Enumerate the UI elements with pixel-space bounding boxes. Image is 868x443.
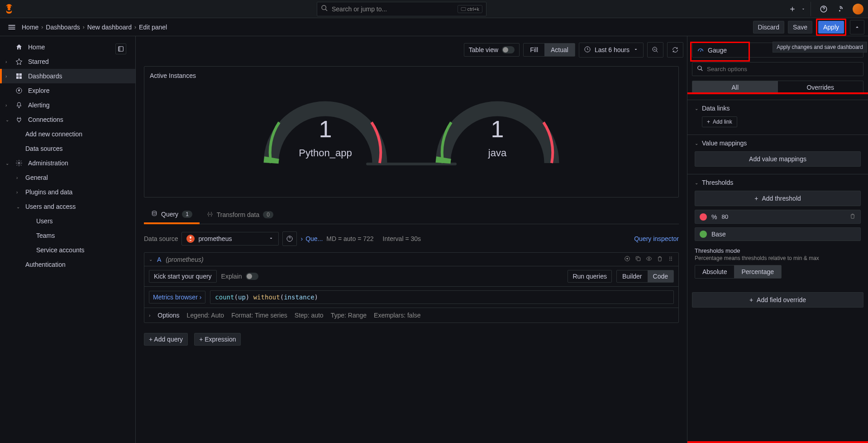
delete-threshold-icon[interactable] [849,213,856,221]
chevron-right-icon: › [41,24,43,30]
discard-button[interactable]: Discard [753,21,784,34]
query-options-link[interactable]: › Que... [300,235,323,242]
menu-toggle-button[interactable] [4,19,20,35]
tab-transform[interactable]: Transform data 0 [200,207,281,223]
expand-options-icon[interactable]: › [149,313,150,318]
chevron-right-icon: › [83,24,85,30]
query-code-input[interactable]: count(up) without(instance) [210,290,674,304]
sidebar-item-alerting[interactable]: ›Alerting [0,98,135,112]
time-range-picker[interactable]: Last 6 hours [579,43,644,58]
threshold-value-input[interactable] [721,213,845,220]
delete-query-icon[interactable] [657,255,663,263]
value-mappings-section-header[interactable]: ⌄ Value mappings [695,140,861,147]
gauge-python-app: 1 Python_app [258,88,393,159]
sidebar-item-add-connection[interactable]: Add new connection [14,127,135,141]
sidebar-item-connections[interactable]: ⌄Connections [0,112,135,127]
search-options-input[interactable] [692,62,863,76]
breadcrumb-new-dashboard[interactable]: New dashboard [87,24,132,31]
options-label[interactable]: Options [157,312,179,319]
help-button[interactable] [816,2,831,16]
sidebar-item-plugins[interactable]: ›Plugins and data [14,185,135,199]
drag-handle-icon[interactable] [668,255,674,263]
query-row-a: ⌄ A (prometheus) [144,252,679,323]
clock-icon [584,46,591,54]
duplicate-query-icon[interactable] [635,255,641,263]
home-icon [14,43,24,51]
builder-mode-button[interactable]: Builder [617,270,648,282]
query-datasource-name: (prometheus) [166,256,203,263]
breadcrumb-home[interactable]: Home [22,24,38,31]
user-avatar[interactable] [853,4,863,14]
query-letter[interactable]: A [157,256,161,263]
sidebar-item-starred[interactable]: ›Starred [0,54,135,69]
query-inspector-link[interactable]: Query inspector [634,235,679,242]
fill-button[interactable]: Fill [524,43,544,56]
save-button[interactable]: Save [788,21,812,34]
sidebar-item-users[interactable]: Users [25,214,135,228]
prometheus-icon [186,235,195,243]
dock-sidebar-button[interactable] [115,43,126,54]
sidebar-item-administration[interactable]: ⌄Administration [0,156,135,170]
gauge-value: 1 [319,116,332,143]
sidebar-item-general[interactable]: ›General [14,170,135,185]
threshold-color-dot[interactable] [700,231,707,238]
toggle-switch[interactable] [502,46,515,53]
actual-button[interactable]: Actual [544,43,575,56]
data-links-section-header[interactable]: ⌄ Data links [695,105,861,112]
code-mode-button[interactable]: Code [648,270,673,282]
add-value-mappings-button[interactable]: Add value mappings [695,151,861,167]
threshold-color-dot[interactable] [700,213,707,221]
table-view-toggle[interactable]: Table view [464,43,520,57]
format-option: Format: Time series [231,312,287,319]
explain-toggle[interactable] [246,273,258,280]
tab-query[interactable]: Query 1 [144,206,200,224]
percentage-button[interactable]: Percentage [734,265,781,278]
svg-point-20 [669,258,670,259]
add-expression-button[interactable]: + Expression [194,333,241,346]
query-status-icon[interactable] [624,255,630,263]
collapse-query-icon[interactable]: ⌄ [149,257,153,262]
datasource-picker[interactable]: prometheus [181,232,279,246]
sidebar-item-service-accounts[interactable]: Service accounts [25,243,135,257]
add-menu-chevron[interactable] [800,2,807,16]
svg-rect-7 [19,77,22,79]
sidebar-item-data-sources[interactable]: Data sources [14,141,135,156]
breadcrumb-edit-panel: Edit panel [139,24,167,31]
zoom-out-button[interactable] [647,42,663,58]
breadcrumb-dashboards[interactable]: Dashboards [46,24,80,31]
toggle-visibility-icon[interactable] [646,255,652,263]
query-count-badge: 1 [182,211,192,218]
sidebar-item-teams[interactable]: Teams [25,228,135,243]
absolute-button[interactable]: Absolute [695,265,734,278]
sidebar-item-dashboards[interactable]: ›Dashboards [0,69,135,83]
svg-rect-0 [461,7,466,10]
search-icon [697,65,703,73]
sidebar-item-users-access[interactable]: ⌄Users and access [14,199,135,214]
run-queries-button[interactable]: Run queries [568,270,612,283]
refresh-button[interactable] [667,42,683,58]
md-info: MD = auto = 722 [326,235,373,242]
add-menu-button[interactable] [785,2,800,16]
collapse-options-button[interactable] [850,20,864,34]
sidebar-item-explore[interactable]: Explore [0,83,135,98]
grafana-logo[interactable] [0,0,18,18]
gauge-label: Python_app [299,147,352,159]
add-field-override-button[interactable]: + Add field override [692,292,863,308]
bell-icon [14,101,24,109]
apply-button[interactable]: Apply [818,21,844,34]
kick-start-button[interactable]: Kick start your query [149,270,217,283]
add-link-button[interactable]: + Add link [702,116,737,127]
kbd-shortcut: ctrl+k [458,5,482,13]
thresholds-section-header[interactable]: ⌄ Thresholds [695,179,861,186]
news-button[interactable] [835,2,849,16]
search-jump[interactable]: Search or jump to... ctrl+k [317,2,486,16]
add-query-button[interactable]: + Add query [144,333,188,346]
overrides-tab[interactable]: Overrides [778,81,863,94]
star-icon [14,58,24,65]
sidebar-item-authentication[interactable]: Authentication [14,257,135,272]
metrics-browser-button[interactable]: Metrics browser › [149,291,205,303]
svg-point-18 [669,257,670,258]
all-tab[interactable]: All [692,81,778,94]
add-threshold-button[interactable]: + Add threshold [695,191,861,206]
datasource-help-button[interactable] [282,231,297,246]
